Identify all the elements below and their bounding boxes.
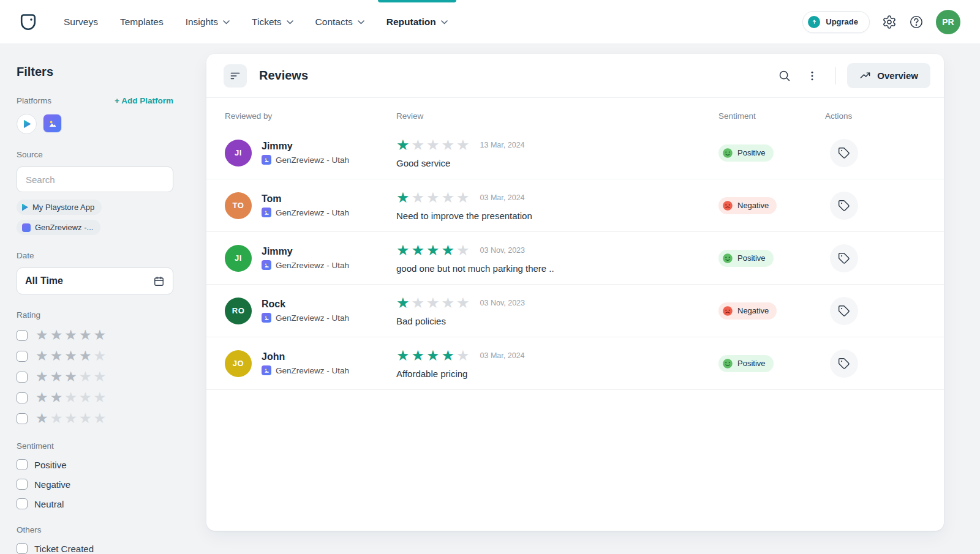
sentiment-cell: Positive	[718, 144, 825, 162]
app-icon	[262, 313, 271, 323]
checkbox[interactable]	[17, 543, 28, 554]
option-label: Neutral	[34, 499, 64, 509]
column-sentiment: Sentiment	[718, 111, 825, 121]
chevron-down-icon	[358, 20, 364, 24]
source-chip[interactable]: My Playstore App	[17, 200, 102, 215]
more-options-button[interactable]	[800, 64, 824, 88]
source-chip[interactable]: GenZreviewz -...	[17, 220, 100, 235]
review-date: 03 Nov, 2023	[480, 299, 525, 307]
chip-icon	[22, 223, 31, 232]
chip-icon	[22, 204, 28, 211]
rating-stars: ★★★★★	[36, 411, 108, 425]
others-section: Others Ticket Created	[17, 525, 173, 554]
checkbox[interactable]	[17, 498, 28, 509]
filter-option[interactable]: Ticket Created	[17, 543, 173, 554]
reviewer-avatar: JI	[225, 140, 252, 167]
sentiment-badge: Positive	[718, 250, 774, 267]
settings-button[interactable]	[882, 15, 897, 29]
nav-item-surveys[interactable]: Surveys	[64, 0, 98, 43]
tag-icon	[838, 252, 850, 264]
overview-label: Overview	[877, 70, 918, 81]
tag-icon	[838, 200, 850, 212]
search-button[interactable]	[772, 64, 796, 88]
date-range-select[interactable]: All Time	[17, 268, 173, 294]
help-button[interactable]	[909, 15, 924, 29]
rating-stars: ★★★★★	[36, 370, 108, 384]
upgrade-label: Upgrade	[826, 17, 858, 26]
sentiment-badge: Positive	[718, 144, 774, 162]
tag-button[interactable]	[830, 192, 858, 220]
tag-button[interactable]	[830, 244, 858, 272]
user-avatar[interactable]: PR	[936, 10, 960, 34]
nav-item-templates[interactable]: Templates	[120, 0, 164, 43]
upgrade-button[interactable]: Upgrade	[802, 11, 870, 33]
overview-button[interactable]: Overview	[847, 63, 930, 88]
nav-item-label: Reputation	[386, 17, 436, 28]
checkbox[interactable]	[17, 330, 28, 341]
review-row: JI Jimmy GenZreviewz - Utah ★★★★★ 13 Mar…	[206, 127, 944, 179]
negative-face-icon	[722, 305, 733, 316]
sentiment-badge: Negative	[718, 302, 777, 320]
sentiment-label: Positive	[737, 359, 766, 368]
checkbox[interactable]	[17, 392, 28, 403]
sentiment-cell: Positive	[718, 250, 825, 267]
review-cell: ★★★★★ 03 Mar, 2024 Affordable pricing	[396, 348, 718, 379]
rating-filter-row[interactable]: ★★★★★	[17, 391, 173, 405]
tag-button[interactable]	[830, 297, 858, 325]
tag-button[interactable]	[830, 139, 858, 167]
checkbox[interactable]	[17, 479, 28, 490]
source-section: Source My Playstore App GenZreviewz -...	[17, 150, 173, 235]
header-divider	[835, 67, 836, 84]
positive-face-icon	[722, 253, 733, 264]
review-stars: ★★★★★	[396, 296, 472, 310]
reviews-table-head: Reviewed by Review Sentiment Actions	[206, 98, 944, 127]
column-reviewed-by: Reviewed by	[225, 111, 396, 121]
reviews-card: Reviews	[206, 54, 944, 531]
sentiment-label: Positive	[737, 148, 766, 157]
filter-list-button[interactable]	[224, 64, 247, 88]
nav-item-insights[interactable]: Insights	[186, 0, 230, 43]
source-search-input[interactable]	[17, 167, 173, 192]
filters-title: Filters	[17, 65, 173, 79]
checkbox[interactable]	[17, 459, 28, 470]
review-source: GenZreviewz - Utah	[276, 313, 349, 323]
reviews-header-actions: Overview	[772, 63, 930, 88]
checkbox[interactable]	[17, 351, 28, 362]
reviewer-name: Jimmy	[262, 246, 349, 257]
sentiment-badge: Negative	[718, 197, 777, 214]
add-platform-button[interactable]: + Add Platform	[115, 96, 173, 105]
date-section: Date All Time	[17, 251, 173, 294]
sentiment-options: Positive Negative Neutral	[17, 459, 173, 509]
app-icon	[262, 365, 271, 375]
review-text: Good service	[396, 158, 718, 168]
nav-item-reputation[interactable]: Reputation	[386, 0, 448, 43]
top-nav: Surveys Templates Insights Tickets Conta…	[0, 0, 980, 44]
column-actions: Actions	[825, 111, 929, 121]
calendar-icon	[153, 275, 165, 287]
app-logo[interactable]	[18, 0, 38, 43]
reviewer-name: John	[262, 351, 349, 362]
rating-filter-row[interactable]: ★★★★★	[17, 370, 173, 384]
nav-item-label: Tickets	[252, 17, 282, 28]
nav-item-contacts[interactable]: Contacts	[315, 0, 364, 43]
platform-playstore-button[interactable]	[17, 114, 37, 134]
option-label: Positive	[34, 460, 67, 470]
filter-option[interactable]: Neutral	[17, 498, 173, 509]
actions-cell	[825, 297, 929, 325]
rating-filter-row[interactable]: ★★★★★	[17, 349, 173, 363]
rating-filter-row[interactable]: ★★★★★	[17, 328, 173, 342]
checkbox[interactable]	[17, 413, 28, 424]
rating-filter-row[interactable]: ★★★★★	[17, 411, 173, 425]
tag-button[interactable]	[830, 350, 858, 378]
filter-option[interactable]: Negative	[17, 479, 173, 490]
checkbox[interactable]	[17, 372, 28, 383]
nav-item-tickets[interactable]: Tickets	[252, 0, 293, 43]
filter-option[interactable]: Positive	[17, 459, 173, 470]
page-title: Reviews	[259, 69, 308, 83]
sentiment-cell: Negative	[718, 197, 825, 214]
review-stars: ★★★★★	[396, 243, 472, 258]
platform-genzreviewz-button[interactable]	[43, 114, 62, 133]
others-label: Others	[17, 525, 173, 534]
nav-item-label: Insights	[186, 17, 218, 28]
sentiment-badge: Positive	[718, 355, 774, 372]
